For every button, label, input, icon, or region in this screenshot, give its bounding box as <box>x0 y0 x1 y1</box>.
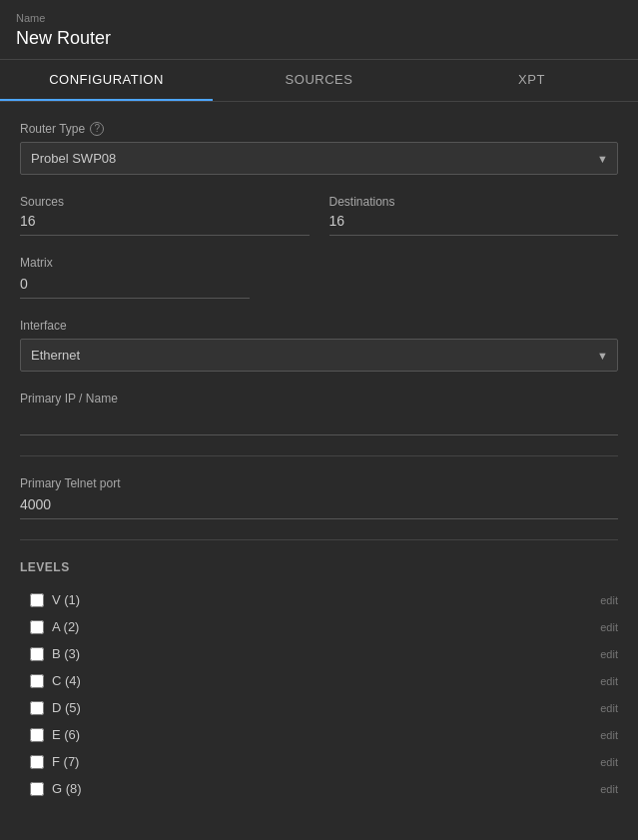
level-checkbox-4[interactable] <box>30 701 44 715</box>
sources-value: 16 <box>20 213 310 236</box>
interface-label: Interface <box>20 319 618 333</box>
tab-xpt[interactable]: XPT <box>425 60 638 101</box>
level-item: D (5)edit <box>20 694 618 721</box>
level-name: B (3) <box>52 646 592 661</box>
level-item: G (8)edit <box>20 775 618 802</box>
telnet-port-group: Primary Telnet port 4000 <box>20 476 618 519</box>
level-edit-link[interactable]: edit <box>600 783 618 795</box>
level-item: E (6)edit <box>20 721 618 748</box>
router-type-help-icon[interactable]: ? <box>90 122 104 136</box>
router-type-group: Router Type ? Probel SWP08 NV9000 Grass … <box>20 122 618 175</box>
matrix-value: 0 <box>20 276 250 299</box>
sources-group: Sources 16 <box>20 195 310 236</box>
destinations-label: Destinations <box>329 195 619 209</box>
level-checkbox-2[interactable] <box>30 647 44 661</box>
tab-configuration[interactable]: CONFIGURATION <box>0 60 213 101</box>
matrix-group: Matrix 0 <box>20 256 618 299</box>
level-name: C (4) <box>52 673 592 688</box>
level-checkbox-6[interactable] <box>30 755 44 769</box>
level-item: B (3)edit <box>20 640 618 667</box>
tab-bar: CONFIGURATION SOURCES XPT <box>0 60 638 102</box>
configuration-content: Router Type ? Probel SWP08 NV9000 Grass … <box>0 102 638 802</box>
destinations-group: Destinations 16 <box>329 195 619 236</box>
router-type-select[interactable]: Probel SWP08 NV9000 Grass Valley Ross <box>20 142 618 175</box>
level-edit-link[interactable]: edit <box>600 621 618 633</box>
interface-select[interactable]: Ethernet Serial USB <box>20 339 618 372</box>
name-section: Name New Router <box>0 0 638 60</box>
sources-label: Sources <box>20 195 310 209</box>
level-edit-link[interactable]: edit <box>600 594 618 606</box>
level-name: E (6) <box>52 727 592 742</box>
router-name-value: New Router <box>16 28 622 49</box>
level-edit-link[interactable]: edit <box>600 702 618 714</box>
telnet-port-label: Primary Telnet port <box>20 476 618 490</box>
levels-title: LEVELS <box>20 560 618 574</box>
primary-ip-value[interactable] <box>20 412 618 435</box>
name-label: Name <box>16 12 622 24</box>
level-name: F (7) <box>52 754 592 769</box>
level-checkbox-0[interactable] <box>30 593 44 607</box>
level-name: D (5) <box>52 700 592 715</box>
level-checkbox-5[interactable] <box>30 728 44 742</box>
sources-destinations-row: Sources 16 Destinations 16 <box>20 195 618 236</box>
level-name: A (2) <box>52 619 592 634</box>
router-type-select-wrapper: Probel SWP08 NV9000 Grass Valley Ross ▼ <box>20 142 618 175</box>
tab-sources[interactable]: SOURCES <box>213 60 425 101</box>
levels-list: V (1)editA (2)editB (3)editC (4)editD (5… <box>20 586 618 802</box>
matrix-label: Matrix <box>20 256 618 270</box>
level-edit-link[interactable]: edit <box>600 756 618 768</box>
level-item: A (2)edit <box>20 613 618 640</box>
interface-group: Interface Ethernet Serial USB ▼ <box>20 319 618 372</box>
telnet-divider <box>20 539 618 540</box>
primary-ip-group: Primary IP / Name <box>20 392 618 435</box>
level-checkbox-3[interactable] <box>30 674 44 688</box>
level-item: V (1)edit <box>20 586 618 613</box>
interface-select-wrapper: Ethernet Serial USB ▼ <box>20 339 618 372</box>
level-item: C (4)edit <box>20 667 618 694</box>
ip-divider <box>20 455 618 456</box>
level-edit-link[interactable]: edit <box>600 675 618 687</box>
router-type-label: Router Type ? <box>20 122 618 136</box>
level-edit-link[interactable]: edit <box>600 648 618 660</box>
level-edit-link[interactable]: edit <box>600 729 618 741</box>
destinations-value: 16 <box>329 213 619 236</box>
levels-section: LEVELS V (1)editA (2)editB (3)editC (4)e… <box>20 560 618 802</box>
primary-ip-label: Primary IP / Name <box>20 392 618 406</box>
level-name: G (8) <box>52 781 592 796</box>
level-name: V (1) <box>52 592 592 607</box>
level-checkbox-1[interactable] <box>30 620 44 634</box>
telnet-port-value: 4000 <box>20 496 618 519</box>
level-item: F (7)edit <box>20 748 618 775</box>
level-checkbox-7[interactable] <box>30 782 44 796</box>
